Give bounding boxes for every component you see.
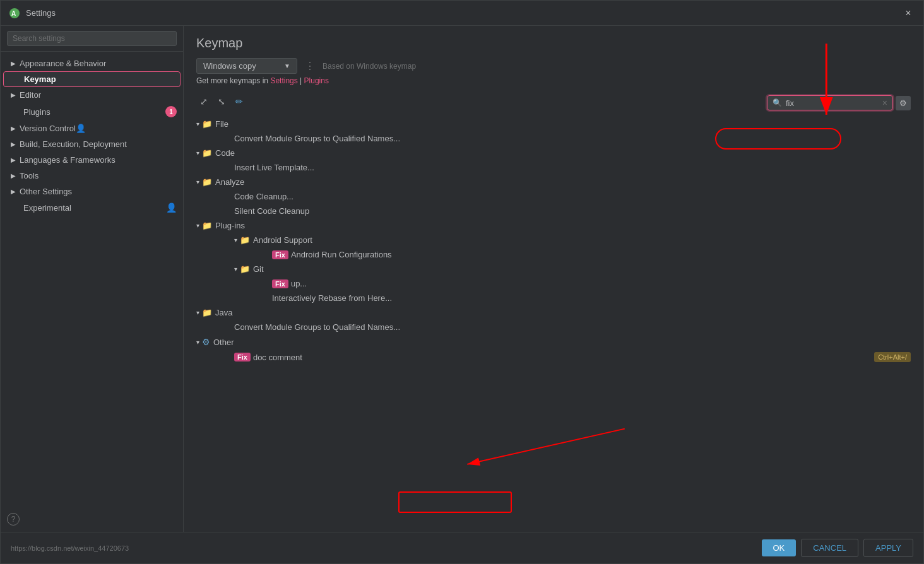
fix-badge: Fix bbox=[272, 279, 288, 288]
keymap-name: Windows copy bbox=[203, 61, 256, 71]
section-label: Java bbox=[215, 308, 923, 317]
item-label: Convert Module Groups to Qualified Names… bbox=[234, 322, 923, 332]
search-clear-button[interactable]: × bbox=[882, 98, 887, 108]
folder-icon: 📁 bbox=[202, 148, 212, 158]
sidebar-item-plugins[interactable]: Plugins 1 bbox=[1, 103, 183, 120]
tree-item-interactive-rebase[interactable]: Interactively Rebase from Here... bbox=[196, 291, 923, 305]
sidebar-bottom: ? bbox=[1, 507, 183, 532]
tree-section-file[interactable]: ▾ 📁 File bbox=[196, 117, 923, 131]
sidebar-item-label: Plugins bbox=[23, 107, 50, 117]
tree-section-java[interactable]: ▾ 📁 Java bbox=[196, 305, 923, 320]
fix-badge: Fix bbox=[234, 353, 251, 361]
sidebar-item-tools[interactable]: ▶ Tools bbox=[1, 168, 183, 184]
dialog-title: Settings bbox=[26, 8, 56, 18]
tree-section-code[interactable]: ▾ 📁 Code bbox=[196, 146, 923, 160]
sidebar-item-build[interactable]: ▶ Build, Execution, Deployment bbox=[1, 136, 183, 152]
item-label: Interactively Rebase from Here... bbox=[272, 293, 923, 303]
sidebar-item-appearance[interactable]: ▶ Appearance & Behavior bbox=[1, 56, 183, 71]
sidebar-item-version-control[interactable]: ▶ Version Control 👤 bbox=[1, 120, 183, 136]
sidebar-item-languages[interactable]: ▶ Languages & Frameworks bbox=[1, 152, 183, 168]
tree-section-android-support[interactable]: ▾ 📁 Android Support bbox=[196, 233, 923, 247]
apply-button[interactable]: APPLY bbox=[863, 539, 913, 557]
expand-icon: ▾ bbox=[196, 339, 199, 346]
sidebar-item-label: Editor bbox=[20, 90, 41, 100]
folder-icon: 📁 bbox=[202, 308, 212, 317]
sidebar-item-editor[interactable]: ▶ Editor bbox=[1, 87, 183, 103]
sidebar-item-label: Build, Execution, Deployment bbox=[20, 139, 127, 149]
sidebar-item-label: Version Control bbox=[20, 124, 76, 133]
chevron-icon: ▶ bbox=[11, 91, 16, 98]
keymap-top-row: Windows copy ▼ ⋮ Based on Windows keymap bbox=[196, 58, 911, 74]
tree-section-plugins[interactable]: ▾ 📁 Plug-ins bbox=[196, 218, 923, 233]
tree-section-analyze[interactable]: ▾ 📁 Analyze bbox=[196, 175, 923, 189]
search-box bbox=[1, 26, 183, 52]
dropdown-arrow-icon: ▼ bbox=[284, 62, 290, 69]
tree-item-insert-live-template[interactable]: Insert Live Template... bbox=[196, 160, 923, 175]
tree-item-fixup[interactable]: Fix up... bbox=[196, 276, 923, 291]
help-button[interactable]: ? bbox=[7, 513, 20, 526]
expand-icon: ▾ bbox=[234, 266, 237, 273]
item-label: Code Cleanup... bbox=[234, 192, 923, 201]
expand-icon: ▾ bbox=[196, 179, 199, 185]
chevron-icon: ▶ bbox=[11, 141, 16, 148]
sidebar-item-experimental[interactable]: Experimental 👤 bbox=[1, 199, 183, 216]
ok-button[interactable]: OK bbox=[762, 539, 797, 556]
tree-item-convert-module-java[interactable]: Convert Module Groups to Qualified Names… bbox=[196, 320, 923, 334]
folder-icon: 📁 bbox=[202, 177, 212, 187]
item-label: doc comment bbox=[253, 353, 874, 362]
tree-section-other[interactable]: ▾ ⚙ Other bbox=[196, 334, 923, 350]
plugins-badge: 1 bbox=[165, 106, 177, 117]
app-icon: A bbox=[8, 7, 21, 20]
settings-link[interactable]: Settings bbox=[270, 76, 297, 85]
tree-area: ▾ 📁 File Convert Module Groups to Qualif… bbox=[184, 117, 923, 532]
separator: | bbox=[298, 76, 304, 85]
get-more-keymaps: Get more keymaps in Settings | Plugins bbox=[196, 76, 911, 85]
keymap-based-text: Based on Windows keymap bbox=[323, 62, 416, 71]
expand-icon: ▾ bbox=[196, 222, 199, 229]
sidebar: ▶ Appearance & Behavior Keymap ▶ Editor … bbox=[1, 26, 184, 532]
close-button[interactable]: × bbox=[901, 6, 916, 21]
collapse-all-button[interactable]: ⤡ bbox=[214, 94, 229, 109]
sidebar-item-other-settings[interactable]: ▶ Other Settings bbox=[1, 184, 183, 199]
expand-icon: ▾ bbox=[234, 237, 237, 244]
nav-items: ▶ Appearance & Behavior Keymap ▶ Editor … bbox=[1, 52, 183, 220]
user-icon: 👤 bbox=[76, 124, 86, 133]
main-content: Keymap Windows copy ▼ ⋮ Based on Windows… bbox=[184, 26, 923, 532]
chevron-icon: ▶ bbox=[11, 125, 16, 132]
tree-item-silent-code-cleanup[interactable]: Silent Code Cleanup bbox=[196, 204, 923, 218]
keymap-search-input[interactable] bbox=[786, 98, 882, 108]
tree-item-fix-doc-comment[interactable]: Fix doc comment Ctrl+Alt+/ bbox=[196, 350, 923, 365]
plugins-link[interactable]: Plugins bbox=[304, 76, 329, 85]
keymap-more-button[interactable]: ⋮ bbox=[302, 60, 317, 72]
page-title: Keymap bbox=[196, 36, 911, 50]
sidebar-search-input[interactable] bbox=[7, 31, 177, 46]
get-more-text: Get more keymaps in bbox=[196, 76, 270, 85]
section-label: Code bbox=[215, 148, 923, 158]
svg-text:A: A bbox=[11, 10, 16, 17]
edit-button[interactable]: ✏ bbox=[232, 94, 247, 109]
search-options-button[interactable]: ⚙ bbox=[896, 96, 911, 110]
section-label: Other bbox=[213, 338, 923, 347]
search-input-wrap: 🔍 × bbox=[767, 95, 893, 110]
expand-all-button[interactable]: ⤢ bbox=[196, 94, 211, 109]
tree-section-git[interactable]: ▾ 📁 Git bbox=[196, 262, 923, 276]
item-label: Android Run Configurations bbox=[291, 250, 923, 259]
other-folder-icon: ⚙ bbox=[202, 337, 210, 347]
chevron-icon: ▶ bbox=[11, 156, 16, 163]
content-area: ▶ Appearance & Behavior Keymap ▶ Editor … bbox=[1, 26, 923, 532]
main-header: Keymap Windows copy ▼ ⋮ Based on Windows… bbox=[184, 26, 923, 117]
folder-icon: 📁 bbox=[240, 264, 250, 274]
keymap-dropdown[interactable]: Windows copy ▼ bbox=[196, 58, 297, 74]
chevron-icon: ▶ bbox=[11, 188, 16, 195]
cancel-button[interactable]: CANCEL bbox=[801, 539, 858, 557]
tree-item-convert-module-file[interactable]: Convert Module Groups to Qualified Names… bbox=[196, 131, 923, 146]
expand-icon: ▾ bbox=[196, 309, 199, 316]
title-bar: A Settings × bbox=[1, 1, 923, 26]
tree-item-android-run-config[interactable]: Fix Android Run Configurations bbox=[196, 247, 923, 262]
bottom-bar: https://blog.csdn.net/weixin_44720673 OK… bbox=[1, 532, 923, 563]
settings-dialog: A Settings × ▶ Appearance & Behavior Key… bbox=[0, 0, 924, 564]
sidebar-item-keymap[interactable]: Keymap bbox=[3, 71, 181, 87]
sidebar-item-label: Keymap bbox=[24, 74, 56, 84]
tree-item-code-cleanup[interactable]: Code Cleanup... bbox=[196, 189, 923, 204]
section-label: Git bbox=[253, 264, 923, 274]
